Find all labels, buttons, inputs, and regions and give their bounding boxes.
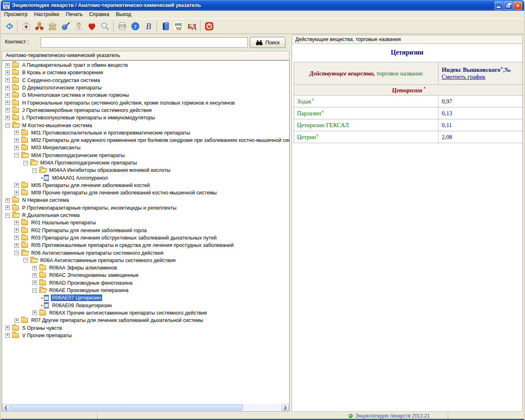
menu-item-просмотр[interactable]: Просмотр [1,11,31,18]
tree-item[interactable]: +M05 Препараты для лечения заболеваний к… [2,182,289,189]
tree-item-label[interactable]: V Прочие препараты [21,332,73,339]
tree-item[interactable]: +R03 Препараты для лечения обструктивных… [2,234,289,242]
expand-toggle-icon[interactable]: + [14,146,19,150]
tree-item-label[interactable]: R06AX Прочие антигистаминные препараты с… [48,310,208,316]
view-graph-link[interactable]: Смотреть график [442,73,486,80]
tree-item-label[interactable]: P Противопаразитарные препараты, инсекти… [21,205,178,211]
tree-item[interactable]: −M04 Противоподагрические препараты [2,152,289,159]
tree-item-label[interactable]: M01 Противовоспалительные и противоревма… [30,130,191,136]
tree-item-label[interactable]: M05 Препараты для лечения заболеваний ко… [30,182,151,189]
tree-item[interactable]: +A Пищеварительный тракт и обмен веществ [2,62,289,69]
expand-toggle-icon[interactable]: + [5,86,10,90]
menu-item-справка[interactable]: Справка [86,11,112,18]
tree-item-label[interactable]: R06AE09 Левоцетиризин [51,302,113,309]
tree-item[interactable]: +S Органы чувств [2,324,289,331]
tree-item[interactable]: +R06AX Прочие антигистаминные препараты … [2,309,289,317]
tree-item-label[interactable]: M Костно-мышечная система [21,122,93,129]
expand-toggle-icon[interactable]: + [14,221,19,225]
collapse-toggle-icon[interactable]: − [32,288,37,293]
magnifier-icon[interactable] [98,20,112,33]
restore-button[interactable] [504,1,513,10]
expand-toggle-icon[interactable]: + [5,116,10,120]
tree-item-label[interactable]: R06AA Эфиры алкиламинов [48,265,118,271]
expand-toggle-icon[interactable]: + [14,138,19,143]
scroll-right-icon[interactable]: ❯ [282,404,289,411]
tree-item[interactable]: ▸M04AA01 Аллопуринол [2,174,289,181]
horizontal-scrollbar[interactable]: ❮ ❯ [2,404,289,411]
expand-toggle-icon[interactable]: + [14,228,19,233]
context-input[interactable] [41,37,248,48]
tree-item[interactable]: +M09 Прочие препараты для лечения заболе… [2,189,289,196]
search-button[interactable]: Поиск [250,37,285,48]
tree-item[interactable]: +M03 Миорелаксанты [2,144,289,151]
tree-item[interactable]: +D Дерматологические препараты [2,84,289,91]
menu-item-выход[interactable]: Выход [112,11,134,18]
menu-item-печать[interactable]: Печать [62,11,86,18]
expand-toggle-icon[interactable]: + [14,235,19,240]
collapse-toggle-icon[interactable]: − [5,123,10,128]
tree-item[interactable]: −R06A Антигистаминные препараты системно… [2,257,289,264]
tree-item[interactable]: +B Кровь и система кроветворения [2,69,289,76]
expand-toggle-icon[interactable]: + [5,198,10,203]
tree-item-label[interactable]: R07 Другие препараты для лечения заболев… [30,317,205,324]
expand-toggle-icon[interactable]: + [5,71,10,75]
tree-item-label[interactable]: M03 Миорелаксанты [30,144,82,151]
tree-item[interactable]: +N Нервная система [2,196,289,204]
bank-icon[interactable] [46,20,59,33]
close-button[interactable]: × [514,1,522,10]
expand-toggle-icon[interactable]: + [5,326,10,330]
collapse-toggle-icon[interactable]: − [32,168,37,173]
scrollbar-thumb[interactable] [11,404,243,411]
menu-item-настройки[interactable]: Настройки [31,11,62,18]
tree-item[interactable]: −R Дыхательная система [2,212,289,219]
tree-item-label[interactable]: D Дерматологические препараты [21,84,103,91]
tree-item[interactable]: +J Противомикробные препараты системного… [2,107,289,114]
tree-item[interactable]: −M04AA Ингибиторы образования мочевой ки… [2,167,289,174]
tree-item[interactable]: ▸R06AE07 Цетиризин [2,294,289,301]
tree-item[interactable]: +R05 Противокашлевые препараты и средств… [2,242,289,249]
expand-toggle-icon[interactable]: + [5,205,10,210]
tree-item[interactable]: −R06 Антигистаминные препараты системног… [2,249,289,256]
collapse-toggle-icon[interactable]: − [23,161,28,165]
printer-icon[interactable] [116,20,129,33]
tree-item-label[interactable]: R05 Противокашлевые препараты и средства… [30,242,235,249]
tree-item-label[interactable]: M04AA01 Аллопуринол [51,175,109,181]
tree-item-label[interactable]: G Мочеполовая система и половые гормоны [21,92,130,98]
tree-item[interactable]: +P Противопаразитарные препараты, инсект… [2,204,289,212]
tree-item-label[interactable]: R06A Антигистаминные препараты системног… [39,257,177,264]
tree-item[interactable]: +R06AD Производные фенотиазина [2,279,289,287]
help-icon[interactable]: ? [129,20,142,33]
expand-toggle-icon[interactable]: + [32,281,37,285]
expand-toggle-icon[interactable]: + [14,243,19,248]
rls-icon[interactable]: РЛС [172,20,185,33]
tree-item-label[interactable]: M09 Прочие препараты для лечения заболев… [30,189,218,196]
expand-toggle-icon[interactable]: + [5,93,10,98]
tree-item-label[interactable]: R06 Антигистаминные препараты системного… [30,250,164,256]
tree-item-label[interactable]: M04AA Ингибиторы образования мочевой кис… [48,167,171,173]
heart-icon[interactable] [85,20,98,33]
tree-item-label[interactable]: N Нервная система [21,197,70,203]
tree-item-label[interactable]: R01 Назальные препараты [30,219,97,226]
expand-toggle-icon[interactable]: + [5,333,10,338]
tree-item-label[interactable]: H Гормональные препараты системного днйс… [21,100,236,106]
tree-item-label[interactable]: C Сердечно-сосудистая система [21,77,101,84]
tree-item-label[interactable]: S Органы чувств [21,325,63,331]
tree-item-label[interactable]: M02 Препараты для наружного применения п… [30,137,289,144]
ladle-icon[interactable] [59,20,72,33]
collapse-toggle-icon[interactable]: − [5,213,10,218]
tree-item-label[interactable]: R03 Препараты для лечения обструктивных … [30,235,218,241]
tree-item[interactable]: +C Сердечно-сосудистая система [2,77,289,84]
tree-item-label[interactable]: B Кровь и система кроветворения [21,69,104,76]
tree-item-label[interactable]: M04 Противоподагрические препараты [30,152,126,159]
expand-toggle-icon[interactable]: + [5,100,10,105]
tree-item-label[interactable]: R06AE Производные пиперазина [48,287,130,294]
tree-item[interactable]: +R07 Другие препараты для лечения заболе… [2,317,289,324]
back-icon[interactable] [2,20,16,33]
expand-toggle-icon[interactable]: + [14,191,19,195]
tree-item[interactable]: −M04A Противоподагрические препараты [2,159,289,167]
tree-item[interactable]: −R06AE Производные пиперазина [2,287,289,294]
minimize-button[interactable] [495,1,503,10]
tree-item[interactable]: +M02 Препараты для наружного применения … [2,137,289,144]
tree-item[interactable]: +R02 Препараты для лечения заболеваний г… [2,227,289,234]
collapse-toggle-icon[interactable]: − [14,153,19,158]
